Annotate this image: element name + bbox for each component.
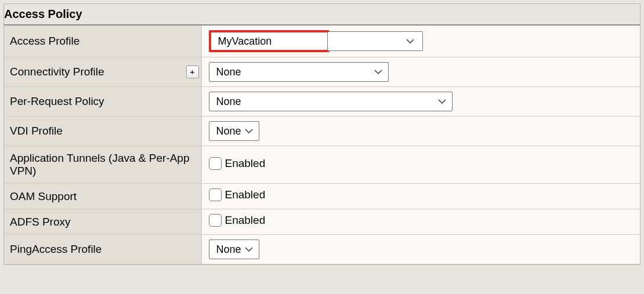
row-per-request-policy: Per-Request Policy None: [4, 87, 640, 117]
select-vdi-profile-text: None: [216, 125, 241, 137]
checkbox-label-adfs-proxy: Enabled: [225, 214, 266, 227]
row-pingaccess-profile: PingAccess Profile None: [4, 235, 640, 264]
row-connectivity-profile: Connectivity Profile + None: [4, 57, 640, 87]
select-per-request-policy[interactable]: None: [209, 92, 453, 111]
row-adfs-proxy: ADFS Proxy Enabled: [4, 209, 640, 235]
chevron-down-icon: [438, 99, 446, 104]
checkbox-label-oam-support: Enabled: [225, 188, 266, 201]
row-app-tunnels: Application Tunnels (Java & Per-App VPN)…: [4, 146, 640, 184]
label-app-tunnels: Application Tunnels (Java & Per-App VPN): [10, 152, 189, 177]
chevron-down-icon: [245, 128, 253, 134]
checkbox-label-app-tunnels: Enabled: [225, 157, 266, 170]
select-access-profile-dropdown[interactable]: [327, 31, 423, 51]
label-per-request-policy: Per-Request Policy: [10, 95, 104, 107]
add-connectivity-profile-button[interactable]: +: [186, 66, 199, 78]
panel-title: Access Policy: [4, 4, 640, 24]
checkbox-adfs-proxy[interactable]: [209, 214, 222, 227]
highlight-access-profile: MyVacation: [209, 30, 330, 52]
label-vdi-profile: VDI Profile: [10, 125, 63, 137]
label-access-profile: Access Profile: [10, 35, 79, 47]
select-access-profile-value[interactable]: MyVacation: [211, 32, 327, 50]
chevron-down-icon: [245, 246, 253, 252]
select-pingaccess-profile[interactable]: None: [209, 239, 259, 259]
label-connectivity-profile: Connectivity Profile: [10, 66, 104, 78]
checkbox-app-tunnels[interactable]: [209, 157, 222, 170]
row-access-profile: Access Profile MyVacation: [4, 25, 640, 57]
row-vdi-profile: VDI Profile None: [4, 117, 640, 146]
access-policy-form: Access Profile MyVacation: [4, 24, 640, 264]
select-vdi-profile[interactable]: None: [209, 121, 259, 141]
chevron-down-icon: [374, 69, 382, 75]
select-pingaccess-profile-text: None: [216, 244, 241, 256]
label-pingaccess-profile: PingAccess Profile: [10, 243, 102, 255]
label-oam-support: OAM Support: [10, 190, 77, 202]
select-access-profile-text: MyVacation: [218, 35, 272, 48]
checkbox-oam-support[interactable]: [209, 188, 222, 201]
select-connectivity-profile[interactable]: None: [209, 62, 389, 82]
chevron-down-icon: [406, 38, 414, 44]
row-oam-support: OAM Support Enabled: [4, 184, 640, 209]
select-per-request-policy-text: None: [216, 96, 241, 108]
label-adfs-proxy: ADFS Proxy: [10, 216, 71, 228]
access-policy-panel: Access Policy Access Profile MyVacation: [3, 3, 641, 265]
select-connectivity-profile-text: None: [216, 66, 241, 78]
